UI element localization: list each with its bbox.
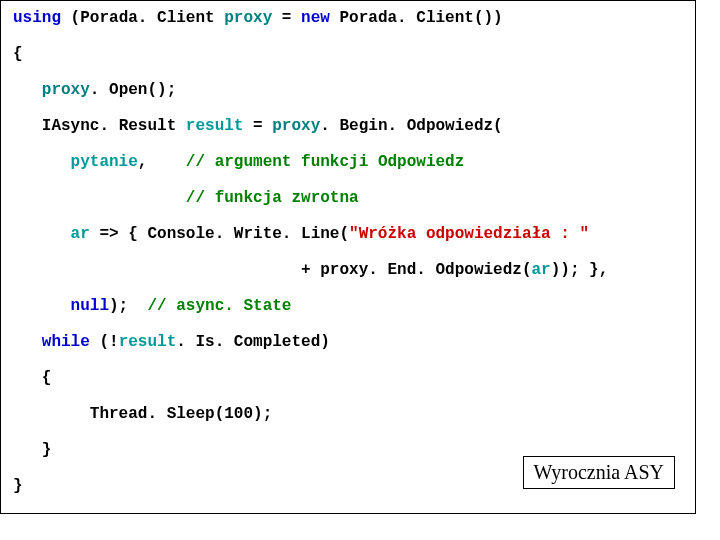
brace: }: [42, 441, 52, 459]
code-text: + proxy. End. Odpowiedz(: [301, 261, 531, 279]
code-line: ar => { Console. Write. Line("Wróżka odp…: [13, 225, 683, 243]
type-name: IAsync. Result: [42, 117, 186, 135]
code-text: . Begin. Odpowiedz(: [320, 117, 502, 135]
code-line: null); // async. State: [13, 297, 683, 315]
code-line: // funkcja zwrotna: [13, 189, 683, 207]
code-text: (Porada. Client: [61, 9, 224, 27]
identifier-ar: ar: [71, 225, 90, 243]
code-line: + proxy. End. Odpowiedz(ar)); },: [13, 261, 683, 279]
code-line: {: [13, 45, 683, 63]
brace: {: [42, 369, 52, 387]
brace: {: [13, 45, 23, 63]
keyword-while: while: [42, 333, 90, 351]
code-line: pytanie, // argument funkcji Odpowiedz: [13, 153, 683, 171]
code-text: (!: [90, 333, 119, 351]
code-line: using (Porada. Client proxy = new Porada…: [13, 9, 683, 27]
identifier-proxy: proxy: [42, 81, 90, 99]
keyword-new: new: [301, 9, 330, 27]
comment: // argument funkcji Odpowiedz: [186, 153, 464, 171]
comment: // funkcja zwrotna: [186, 189, 359, 207]
comment: // async. State: [147, 297, 291, 315]
identifier-pytanie: pytanie: [71, 153, 138, 171]
code-text: =: [243, 117, 272, 135]
code-text: )); },: [551, 261, 609, 279]
code-line: Thread. Sleep(100);: [13, 405, 683, 423]
identifier-result: result: [119, 333, 177, 351]
code-line: {: [13, 369, 683, 387]
code-text: => { Console. Write. Line(: [90, 225, 349, 243]
code-text: Porada. Client()): [330, 9, 503, 27]
code-line: while (!result. Is. Completed): [13, 333, 683, 351]
code-line: proxy. Open();: [13, 81, 683, 99]
code-text: ,: [138, 153, 186, 171]
code-text: Thread. Sleep(100);: [90, 405, 272, 423]
code-text: );: [109, 297, 147, 315]
code-container: using (Porada. Client proxy = new Porada…: [0, 0, 696, 514]
code-text: . Is. Completed): [176, 333, 330, 351]
keyword-using: using: [13, 9, 61, 27]
string-literal: "Wróżka odpowiedziała : ": [349, 225, 589, 243]
identifier-ar: ar: [531, 261, 550, 279]
brace: }: [13, 477, 23, 495]
code-line: IAsync. Result result = proxy. Begin. Od…: [13, 117, 683, 135]
slide-label: Wyrocznia ASY: [523, 456, 675, 489]
identifier-proxy: proxy: [224, 9, 272, 27]
keyword-null: null: [71, 297, 109, 315]
code-text: =: [272, 9, 301, 27]
identifier-result: result: [186, 117, 244, 135]
identifier-proxy: proxy: [272, 117, 320, 135]
code-text: . Open();: [90, 81, 176, 99]
